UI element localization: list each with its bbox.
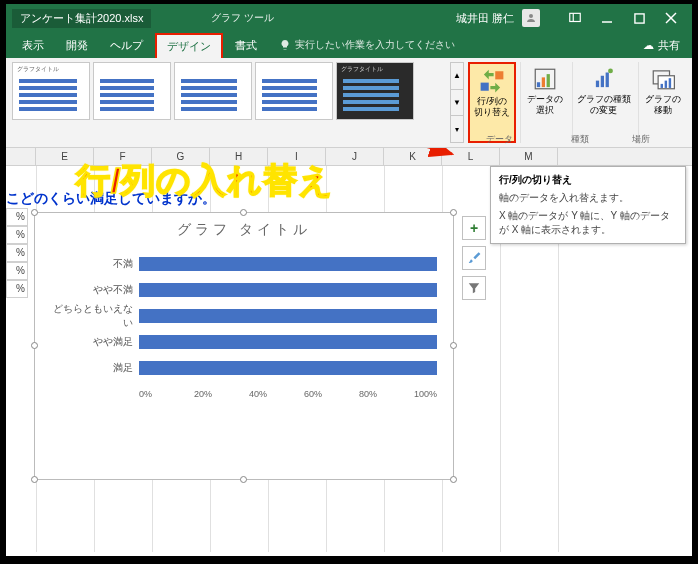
svg-rect-19 [660, 84, 662, 88]
svg-rect-7 [481, 83, 489, 91]
svg-rect-11 [541, 77, 544, 87]
bar [139, 309, 437, 323]
bar-label: やや不満 [51, 283, 139, 297]
bar [139, 257, 437, 271]
titlebar: アンケート集計2020.xlsx グラフ ツール 城井田 勝仁 [6, 4, 692, 32]
svg-rect-1 [570, 13, 581, 21]
annotation-text: 行/列の入れ替え [76, 158, 334, 204]
chart-styles-button[interactable] [462, 246, 486, 270]
tab-design[interactable]: デザイン [155, 33, 223, 58]
bar [139, 361, 437, 375]
cell[interactable]: % [6, 226, 28, 244]
svg-rect-21 [668, 78, 670, 88]
bar-label: 不満 [51, 257, 139, 271]
ribbon-options-icon[interactable] [560, 8, 590, 28]
svg-rect-8 [495, 71, 503, 79]
gallery-down-icon[interactable]: ▼ [451, 90, 463, 117]
lightbulb-icon [279, 39, 291, 51]
move-chart-icon [650, 66, 676, 92]
chart-style-thumb[interactable] [93, 62, 171, 120]
tell-me[interactable]: 実行したい作業を入力してください [279, 38, 455, 52]
ribbon: グラフタイトル グラフタイトル ▲ ▼ ▾ 行/列の 切り替え データの 選択 … [6, 58, 692, 148]
share-button[interactable]: ☁共有 [637, 36, 686, 55]
svg-rect-20 [664, 81, 666, 88]
maximize-icon[interactable] [624, 8, 654, 28]
chart-style-thumb[interactable] [174, 62, 252, 120]
col-header[interactable]: L [442, 148, 500, 165]
chart-styles-gallery[interactable]: グラフタイトル グラフタイトル [12, 62, 446, 143]
svg-rect-14 [600, 76, 603, 87]
ribbon-group-data: データ [454, 133, 544, 146]
username: 城井田 勝仁 [456, 11, 514, 26]
svg-point-16 [608, 68, 613, 73]
percent-column: % % % % % [6, 208, 28, 298]
col-header[interactable]: J [326, 148, 384, 165]
bar [139, 283, 437, 297]
bar-label: どちらともいえない [51, 302, 139, 330]
chart-filter-button[interactable] [462, 276, 486, 300]
bar-label: やや満足 [51, 335, 139, 349]
bar-label: 満足 [51, 361, 139, 375]
chart-x-axis: 0% 20% 40% 60% 80% 100% [35, 389, 453, 399]
tab-format[interactable]: 書式 [225, 34, 267, 57]
switch-rowcol-icon [479, 68, 505, 94]
chart-elements-button[interactable]: + [462, 216, 486, 240]
svg-rect-13 [595, 81, 598, 88]
change-type-icon [591, 66, 617, 92]
chart-title[interactable]: グラフ タイトル [35, 213, 453, 247]
chart-style-thumb[interactable] [255, 62, 333, 120]
svg-rect-12 [546, 74, 549, 87]
switch-row-column-button[interactable]: 行/列の 切り替え [468, 62, 516, 143]
close-icon[interactable] [656, 8, 686, 28]
chart-plot-area[interactable]: 不満 やや不満 どちらともいえない やや満足 満足 [35, 247, 453, 381]
gallery-up-icon[interactable]: ▲ [451, 63, 463, 90]
cell[interactable]: % [6, 280, 28, 298]
tool-tab-label: グラフ ツール [211, 11, 274, 25]
chart-style-thumb[interactable]: グラフタイトル [336, 62, 414, 120]
svg-rect-15 [605, 73, 608, 88]
tooltip-title: 行/列の切り替え [499, 173, 677, 187]
select-data-icon [532, 66, 558, 92]
cell[interactable]: % [6, 208, 28, 226]
col-header[interactable]: M [500, 148, 558, 165]
select-data-button[interactable]: データの 選択 [520, 62, 568, 143]
user-avatar-icon[interactable] [522, 9, 540, 27]
svg-point-0 [529, 14, 533, 18]
chart-object[interactable]: グラフ タイトル 不満 やや不満 どちらともいえない やや満足 満足 0% 20… [34, 212, 454, 480]
ribbon-group-location: 場所 [616, 133, 666, 146]
tooltip: 行/列の切り替え 軸のデータを入れ替えます。 X 軸のデータが Y 軸に、Y 軸… [490, 166, 686, 244]
cell[interactable]: % [6, 244, 28, 262]
funnel-icon [467, 281, 481, 295]
ribbon-group-type: 種類 [550, 133, 610, 146]
tab-view[interactable]: 表示 [12, 34, 54, 57]
minimize-icon[interactable] [592, 8, 622, 28]
col-header[interactable]: K [384, 148, 442, 165]
tab-help[interactable]: ヘルプ [100, 34, 153, 57]
cell[interactable]: % [6, 262, 28, 280]
move-chart-button[interactable]: グラフの 移動 [638, 62, 686, 143]
worksheet[interactable]: E F G H I J K L M こどのくらい満足していますか。 % % [6, 148, 692, 552]
menubar: 表示 開発 ヘルプ デザイン 書式 実行したい作業を入力してください ☁共有 [6, 32, 692, 58]
filename: アンケート集計2020.xlsx [12, 9, 151, 28]
tab-developer[interactable]: 開発 [56, 34, 98, 57]
svg-rect-10 [536, 82, 539, 87]
svg-rect-4 [634, 13, 643, 22]
change-chart-type-button[interactable]: グラフの種類 の変更 [572, 62, 634, 143]
bar [139, 335, 437, 349]
brush-icon [467, 251, 481, 265]
chart-style-thumb[interactable]: グラフタイトル [12, 62, 90, 120]
